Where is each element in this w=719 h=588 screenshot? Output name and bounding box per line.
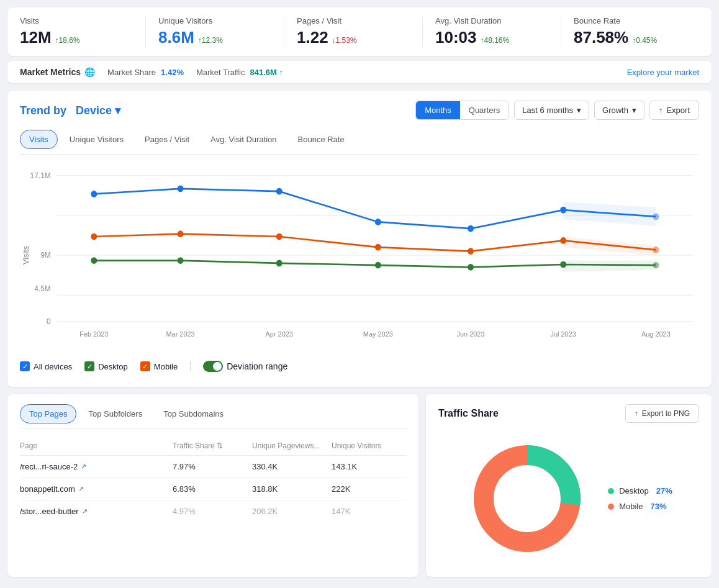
stat-ad-change: 48.16% xyxy=(481,36,510,45)
table-header: Page Traffic Share ⇅ Unique Pageviews...… xyxy=(20,438,406,456)
tab-top-pages[interactable]: Top Pages xyxy=(20,404,76,423)
sort-icon: ⇅ xyxy=(217,441,223,450)
market-traffic-value: 841.6M ↑ xyxy=(250,68,283,77)
svg-text:Feb 2023: Feb 2023 xyxy=(79,330,108,337)
trend-chart: 17.1M 9M 4.5M 0 Visits Feb 2023 Mar 2023… xyxy=(20,162,699,348)
deviation-range-label: Deviation range xyxy=(227,361,287,371)
quarters-toggle-btn[interactable]: Quarters xyxy=(460,101,509,119)
tab-visits[interactable]: Visits xyxy=(20,130,58,149)
legend-desktop[interactable]: ✓ Desktop xyxy=(84,361,128,371)
svg-marker-32 xyxy=(563,261,656,272)
period-dropdown-btn[interactable]: Last 6 months ▾ xyxy=(514,101,589,120)
chevron-down-icon: ▾ xyxy=(577,106,581,115)
growth-dropdown-btn[interactable]: Growth ▾ xyxy=(594,101,644,120)
stat-br-change: 0.45% xyxy=(632,36,657,45)
svg-text:May 2023: May 2023 xyxy=(363,330,393,337)
col-traffic-share[interactable]: Traffic Share ⇅ xyxy=(173,441,247,450)
tab-pages-visit[interactable]: Pages / Visit xyxy=(135,130,199,149)
stat-ad-label: Avg. Visit Duration xyxy=(435,16,548,25)
svg-point-34 xyxy=(178,230,184,237)
svg-marker-24 xyxy=(563,202,656,226)
chart-legend: ✓ All devices ✓ Desktop ✓ Mobile xyxy=(20,356,699,377)
export-icon: ↑ xyxy=(635,409,638,418)
donut-legend: Desktop 27% Mobile 73% xyxy=(608,486,672,511)
external-link-icon[interactable]: ↗ xyxy=(82,507,88,515)
tab-bounce-rate[interactable]: Bounce Rate xyxy=(289,130,354,149)
row-1-traffic: 7.97% xyxy=(173,462,247,471)
stat-pv-label: Pages / Visit xyxy=(297,16,410,25)
mobile-checkbox[interactable]: ✓ xyxy=(140,361,150,371)
deviation-toggle-switch[interactable] xyxy=(203,361,223,372)
row-1-visitors: 143.1K xyxy=(332,462,406,471)
svg-point-21 xyxy=(468,225,474,232)
traffic-share-title: Traffic Share xyxy=(438,408,499,419)
svg-text:4.5M: 4.5M xyxy=(34,284,51,293)
svg-text:Aug 2023: Aug 2023 xyxy=(641,330,671,337)
tab-avg-duration[interactable]: Avg. Visit Duration xyxy=(201,130,286,149)
desktop-checkbox[interactable]: ✓ xyxy=(84,361,94,371)
metric-tabs: Visits Unique Visitors Pages / Visit Avg… xyxy=(20,130,699,155)
svg-point-33 xyxy=(91,233,97,240)
stat-pv-value: 1.22 1.53% xyxy=(297,28,410,47)
svg-text:0: 0 xyxy=(47,317,51,327)
svg-point-18 xyxy=(178,186,184,192)
chevron-down-icon: ▾ xyxy=(632,106,636,115)
legend-deviation-toggle[interactable]: Deviation range xyxy=(203,361,287,372)
device-dropdown-trigger[interactable]: Device ▾ xyxy=(76,104,120,117)
table-row: /reci...ri-sauce-2 ↗ 7.97% 330.4K 143.1K xyxy=(20,456,406,478)
trend-header: Trend by Device ▾ Months Quarters Last 6… xyxy=(20,101,699,120)
svg-text:17.1M: 17.1M xyxy=(30,171,51,180)
row-1-pageviews: 330.4K xyxy=(252,462,327,471)
svg-point-36 xyxy=(375,244,381,251)
legend-mobile-item: Mobile 73% xyxy=(608,502,672,511)
svg-point-17 xyxy=(91,191,97,197)
traffic-share-header: Traffic Share ↑ Export to PNG xyxy=(438,404,699,423)
svg-point-28 xyxy=(375,262,381,269)
time-toggle-group: Months Quarters xyxy=(415,101,509,120)
tab-top-subfolders[interactable]: Top Subfolders xyxy=(79,404,151,423)
donut-chart xyxy=(465,436,589,561)
svg-point-35 xyxy=(276,233,283,240)
svg-text:Apr 2023: Apr 2023 xyxy=(266,330,293,337)
legend-desktop-item: Desktop 27% xyxy=(608,486,672,495)
row-3-page: /stor...eed-butter ↗ xyxy=(20,507,168,516)
export-png-btn[interactable]: ↑ Export to PNG xyxy=(625,404,699,423)
stat-br-value: 87.58% 0.45% xyxy=(574,28,687,47)
svg-text:Mar 2023: Mar 2023 xyxy=(166,330,194,337)
top-pages-section: Top Pages Top Subfolders Top Subdomains … xyxy=(7,394,418,577)
stat-ad-value: 10:03 48.16% xyxy=(435,28,548,47)
stat-pages-visit: Pages / Visit 1.22 1.53% xyxy=(284,16,423,47)
traffic-share-section: Traffic Share ↑ Export to PNG xyxy=(426,394,712,577)
trend-title: Trend by Device ▾ xyxy=(20,104,120,117)
all-devices-checkbox[interactable]: ✓ xyxy=(20,361,30,371)
mobile-dot xyxy=(608,504,614,510)
legend-mobile[interactable]: ✓ Mobile xyxy=(140,361,178,371)
export-btn[interactable]: ↑ Export xyxy=(649,101,699,120)
explore-market-link[interactable]: Explore your market xyxy=(627,68,699,77)
svg-text:Jun 2023: Jun 2023 xyxy=(457,330,485,337)
svg-point-20 xyxy=(375,219,381,225)
row-3-visitors: 147K xyxy=(332,507,406,516)
bottom-section: Top Pages Top Subfolders Top Subdomains … xyxy=(7,394,712,577)
desktop-dot xyxy=(608,488,614,494)
months-toggle-btn[interactable]: Months xyxy=(416,101,460,119)
trend-controls: Months Quarters Last 6 months ▾ Growth ▾… xyxy=(415,101,699,120)
col-unique-pageviews: Unique Pageviews... xyxy=(252,441,327,450)
market-metrics-title: Market Metrics 🌐 xyxy=(20,67,95,77)
svg-point-19 xyxy=(276,188,283,195)
external-link-icon[interactable]: ↗ xyxy=(81,463,86,471)
tab-top-subdomains[interactable]: Top Subdomains xyxy=(154,404,233,423)
chevron-down-icon: ▾ xyxy=(115,104,120,117)
stat-unique-visitors: Unique Visitors 8.6M 12.3% xyxy=(146,16,284,47)
all-devices-label: All devices xyxy=(34,362,72,371)
pages-table: Page Traffic Share ⇅ Unique Pageviews...… xyxy=(20,438,406,522)
tab-unique-visitors[interactable]: Unique Visitors xyxy=(60,130,133,149)
trend-section: Trend by Device ▾ Months Quarters Last 6… xyxy=(7,91,712,387)
svg-text:Visits: Visits xyxy=(22,246,30,265)
legend-all-devices[interactable]: ✓ All devices xyxy=(20,361,72,371)
external-link-icon[interactable]: ↗ xyxy=(78,485,84,493)
market-share-metric: Market Share 1.42% xyxy=(107,68,184,77)
export-icon: ↑ xyxy=(659,106,663,115)
stats-bar: Visits 12M 18.6% Unique Visitors 8.6M 12… xyxy=(7,7,712,56)
stat-br-label: Bounce Rate xyxy=(574,16,687,25)
